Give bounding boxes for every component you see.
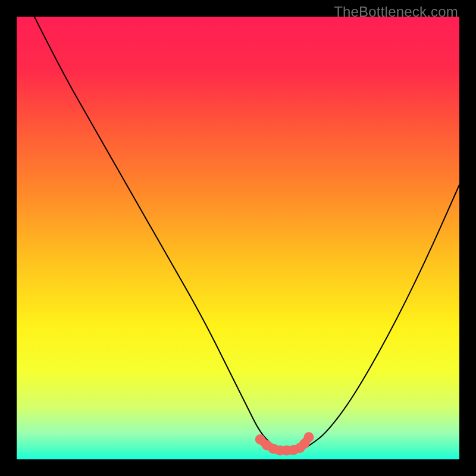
watermark-text: TheBottleneck.com: [334, 4, 458, 20]
valley-marker: [304, 432, 314, 442]
bottleneck-curve: [35, 17, 459, 450]
chart-svg: [17, 17, 459, 459]
plot-area: [17, 17, 459, 459]
chart-container: TheBottleneck.com: [0, 0, 476, 476]
